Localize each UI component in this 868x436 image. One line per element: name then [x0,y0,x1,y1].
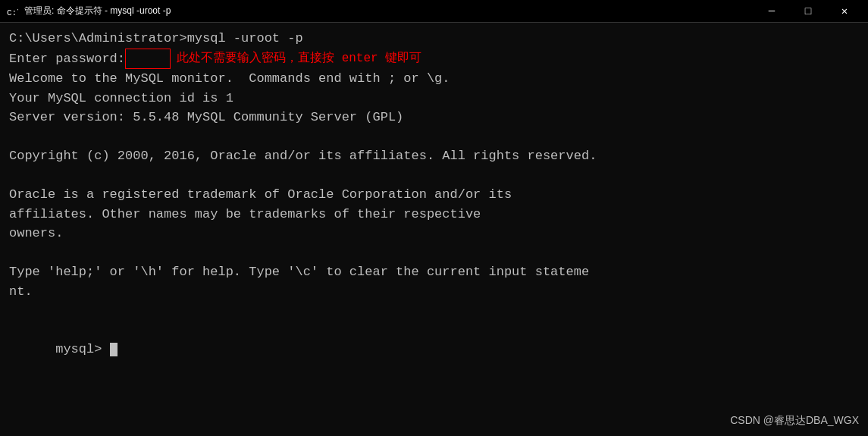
empty-line-4 [9,301,859,321]
output-line-11: Type 'help;' or '\h' for help. Type '\c'… [9,262,859,282]
mysql-prompt-line: mysql> [9,321,859,379]
password-line: Enter password: 此处不需要输入密码，直接按 enter 键即可 [9,49,859,70]
title-bar: C:\ 管理员: 命令提示符 - mysql -uroot -p ─ □ ✕ [0,0,868,23]
cursor [110,343,118,356]
output-line-3: Server version: 5.5.48 MySQL Community S… [9,108,859,127]
terminal-body[interactable]: C:\Users\Administrator>mysql -uroot -p E… [0,23,868,436]
title-bar-left: C:\ 管理员: 命令提示符 - mysql -uroot -p [6,5,171,17]
output-line-2: Your MySQL connection id is 1 [9,89,859,108]
terminal-window: C:\ 管理员: 命令提示符 - mysql -uroot -p ─ □ ✕ C… [0,0,868,436]
empty-line-3 [9,243,859,263]
watermark: CSDN @睿思达DBA_WGX [730,412,859,428]
output-line-9: owners. [9,224,859,243]
output-line-1: Welcome to the MySQL monitor. Commands e… [9,69,859,89]
maximize-button[interactable]: □ [791,0,826,23]
output-line-8: affiliates. Other names may be trademark… [9,205,859,224]
cmd-icon: C:\ [6,5,18,17]
title-bar-controls: ─ □ ✕ [754,0,862,23]
empty-line-2 [9,166,859,186]
empty-line-1 [9,127,859,147]
password-label: Enter password: [9,49,125,69]
output-line-5: Copyright (c) 2000, 2016, Oracle and/or … [9,146,859,166]
output-line-12: nt. [9,282,859,302]
svg-text:C:\: C:\ [7,8,18,17]
output-line-7: Oracle is a registered trademark of Orac… [9,185,859,205]
minimize-button[interactable]: ─ [754,0,789,23]
password-annotation: 此处不需要输入密码，直接按 enter 键即可 [177,49,421,67]
command-prompt-line: C:\Users\Administrator>mysql -uroot -p [9,29,859,49]
close-button[interactable]: ✕ [827,0,862,23]
window-title: 管理员: 命令提示符 - mysql -uroot -p [24,5,171,17]
password-input-box [125,49,171,70]
